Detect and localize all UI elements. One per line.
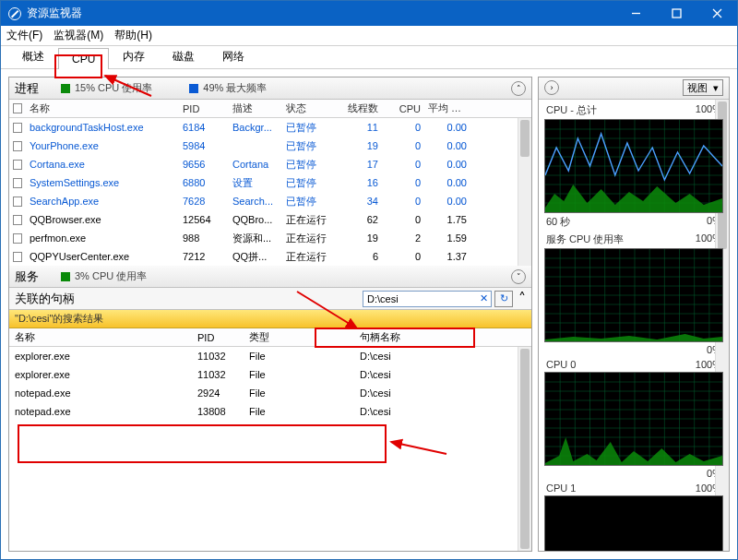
tabstrip: 概述 CPU 内存 磁盘 网络 — [1, 46, 737, 69]
proc-desc: Backgr... — [229, 122, 282, 133]
chart-bl: 60 秒 — [546, 215, 570, 229]
process-row[interactable]: perfmon.exe 988 资源和... 正在运行 19 2 1.59 — [9, 229, 531, 247]
resource-monitor-window: 资源监视器 文件(F) 监视器(M) 帮助(H) 概述 CPU 内存 磁盘 网络… — [0, 0, 738, 560]
proc-status: 正在运行 — [282, 213, 332, 227]
proc-status: 正在运行 — [282, 250, 332, 264]
proc-desc: Cortana — [229, 159, 282, 170]
tab-disk[interactable]: 磁盘 — [159, 44, 208, 68]
proc-pid: 988 — [179, 232, 229, 244]
hcol-pid[interactable]: PID — [194, 332, 245, 343]
col-threads[interactable]: 线程数 — [332, 101, 382, 115]
proc-threads: 11 — [332, 122, 382, 133]
services-title: 服务 — [15, 268, 39, 285]
window-title: 资源监视器 — [27, 6, 82, 21]
handle-row[interactable]: explorer.exe 11032 File D:\cesi — [9, 365, 531, 384]
proc-threads: 6 — [332, 251, 382, 262]
proc-cpu: 0 — [382, 214, 424, 225]
right-pane: › 视图▾ CPU - 总计100% 60 秒0%服务 CPU 使用率100% … — [538, 77, 730, 552]
col-avg[interactable]: 平均 C... — [424, 101, 470, 115]
col-status[interactable]: 状态 — [282, 101, 332, 115]
refresh-search-button[interactable]: ↻ — [494, 291, 513, 307]
h-type: File — [245, 387, 356, 399]
menu-monitor[interactable]: 监视器(M) — [54, 28, 103, 43]
processes-scrollbar[interactable] — [518, 118, 531, 266]
proc-name: QQPYUserCenter.exe — [26, 251, 179, 262]
tab-memory[interactable]: 内存 — [109, 44, 159, 68]
expand-services-icon[interactable]: ˅ — [511, 269, 526, 284]
proc-avg: 0.00 — [424, 122, 470, 133]
row-checkbox[interactable] — [13, 215, 22, 225]
handles-header: 关联的句柄 ✕ ↻ ˄ — [9, 288, 531, 310]
handle-row[interactable]: notepad.exe 13808 File D:\cesi — [9, 402, 531, 421]
handles-scrollbar[interactable] — [518, 347, 531, 551]
process-row[interactable]: SystemSettings.exe 6880 设置 已暂停 16 0 0.00 — [9, 173, 531, 192]
row-checkbox[interactable] — [13, 178, 22, 188]
process-row[interactable]: YourPhone.exe 5984 已暂停 19 0 0.00 — [9, 137, 531, 155]
process-row[interactable]: backgroundTaskHost.exe 6184 Backgr... 已暂… — [9, 118, 531, 137]
tab-network[interactable]: 网络 — [208, 44, 258, 68]
handle-row[interactable]: explorer.exe 11032 File D:\cesi — [9, 347, 531, 365]
chart-canvas — [544, 119, 723, 213]
proc-name: QQBrowser.exe — [26, 214, 179, 225]
collapse-charts-icon[interactable]: › — [544, 80, 559, 95]
hcol-name[interactable]: 名称 — [9, 330, 194, 344]
proc-threads: 17 — [332, 159, 382, 170]
clear-search-icon[interactable]: ✕ — [476, 291, 491, 307]
proc-cpu: 2 — [382, 232, 424, 244]
minimize-button[interactable] — [615, 1, 656, 26]
checkbox-all[interactable] — [13, 103, 22, 113]
proc-cpu: 0 — [382, 140, 424, 151]
cpu-usage-icon — [61, 84, 70, 93]
annotation-box-search — [315, 328, 475, 348]
h-type: File — [245, 406, 356, 417]
row-checkbox[interactable] — [13, 197, 22, 207]
col-cpu[interactable]: CPU — [382, 103, 424, 114]
cpu-usage-text: 15% CPU 使用率 — [75, 81, 152, 95]
chart-title: CPU - 总计 — [546, 103, 597, 117]
process-row[interactable]: QQBrowser.exe 12564 QQBro... 正在运行 62 0 1… — [9, 210, 531, 229]
menu-file[interactable]: 文件(F) — [6, 28, 42, 43]
process-row[interactable]: Cortana.exe 9656 Cortana 已暂停 17 0 0.00 — [9, 155, 531, 173]
row-checkbox[interactable] — [13, 141, 22, 151]
row-checkbox[interactable] — [13, 160, 22, 170]
tab-overview[interactable]: 概述 — [8, 44, 58, 68]
proc-desc: 资源和... — [229, 232, 282, 245]
processes-header[interactable]: 进程 15% CPU 使用率 49% 最大频率 ˄ — [9, 77, 531, 100]
row-checkbox[interactable] — [13, 233, 22, 244]
services-header[interactable]: 服务 3% CPU 使用率 ˅ — [9, 266, 531, 288]
row-checkbox[interactable] — [13, 252, 22, 262]
proc-pid: 6184 — [179, 122, 229, 133]
collapse-processes-icon[interactable]: ˄ — [511, 81, 526, 96]
col-pid[interactable]: PID — [179, 103, 229, 114]
proc-pid: 6880 — [179, 177, 229, 188]
chart-title: 服务 CPU 使用率 — [546, 232, 624, 246]
chart-title: CPU 0 — [546, 359, 576, 370]
app-icon — [8, 7, 21, 20]
h-hname: D:\cesi — [356, 351, 494, 362]
handles-search-input[interactable] — [363, 291, 492, 307]
col-desc[interactable]: 描述 — [229, 101, 282, 115]
titlebar[interactable]: 资源监视器 — [1, 1, 737, 26]
col-name[interactable]: 名称 — [26, 101, 179, 115]
collapse-handles-icon[interactable]: ˄ — [518, 290, 526, 307]
proc-cpu: 0 — [382, 196, 424, 207]
chart-block: CPU 1100% — [539, 479, 729, 551]
row-checkbox[interactable] — [13, 123, 22, 133]
proc-cpu: 0 — [382, 251, 424, 262]
svc-cpu-text: 3% CPU 使用率 — [75, 269, 147, 283]
proc-pid: 12564 — [179, 214, 229, 225]
svg-rect-1 — [673, 9, 681, 18]
proc-status: 正在运行 — [282, 232, 332, 245]
proc-avg: 1.59 — [424, 232, 470, 244]
proc-avg: 1.75 — [424, 214, 470, 225]
close-button[interactable] — [696, 1, 737, 26]
process-row[interactable]: QQPYUserCenter.exe 7212 QQ拼... 正在运行 6 0 … — [9, 247, 531, 266]
process-row[interactable]: SearchApp.exe 7628 Search... 已暂停 34 0 0.… — [9, 192, 531, 210]
handle-row[interactable]: notepad.exe 2924 File D:\cesi — [9, 384, 531, 402]
view-dropdown[interactable]: 视图▾ — [683, 79, 723, 96]
proc-name: backgroundTaskHost.exe — [26, 122, 179, 133]
maximize-button[interactable] — [656, 1, 696, 26]
proc-desc: Search... — [229, 196, 282, 207]
menu-help[interactable]: 帮助(H) — [114, 28, 152, 43]
proc-cpu: 0 — [382, 177, 424, 188]
